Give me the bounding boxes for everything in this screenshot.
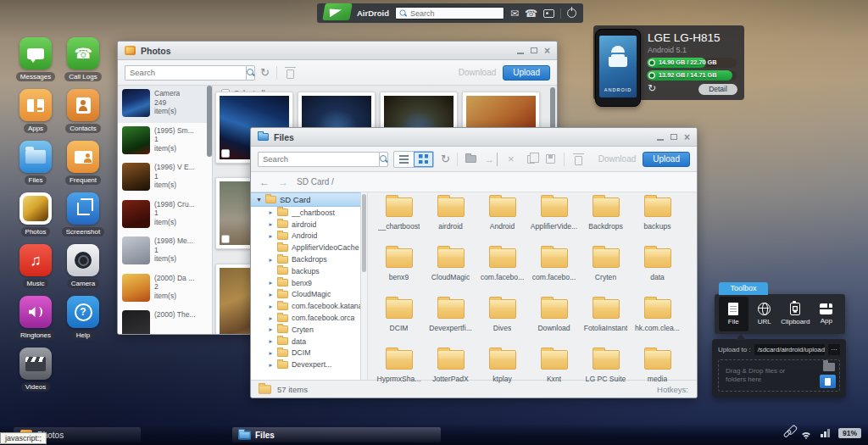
album-item[interactable]: (2000) Da ... 2item(s) xyxy=(118,270,212,308)
tree-item[interactable]: ▸com.facebook.orca xyxy=(251,312,360,324)
maximize-icon[interactable] xyxy=(531,47,537,53)
forward-icon[interactable]: → xyxy=(278,177,288,187)
desktop-icon-messages[interactable]: Messages xyxy=(17,37,54,89)
folder-item[interactable]: Dives xyxy=(476,299,528,350)
upload-file-button[interactable] xyxy=(820,375,836,388)
minimize-icon[interactable] xyxy=(517,53,524,54)
dropzone[interactable]: Drag & Drop files or folders here xyxy=(718,359,840,392)
desktop-icon-camera[interactable]: Camera xyxy=(64,244,102,296)
move-icon[interactable]: → xyxy=(484,153,498,166)
calls-icon[interactable]: ☎ xyxy=(525,8,537,19)
close-icon[interactable]: × xyxy=(684,133,690,142)
upload-path[interactable]: /sdcard/airdroid/upload xyxy=(754,344,825,355)
toolbox-file-button[interactable]: File xyxy=(719,297,748,331)
desktop-icon-music[interactable]: ♫ Music xyxy=(17,244,54,296)
folder-item[interactable]: benx9 xyxy=(373,248,425,299)
upload-folder-icon[interactable] xyxy=(823,363,835,371)
toolbox-clipboard-button[interactable]: Clipboard xyxy=(781,297,810,331)
photos-search[interactable] xyxy=(125,65,253,81)
refresh-icon[interactable]: ↻ xyxy=(260,67,270,79)
photo-checkbox[interactable] xyxy=(221,235,230,243)
folder-item[interactable]: com.facebo... xyxy=(528,248,580,299)
desktop-icon-files[interactable]: Files xyxy=(17,141,54,192)
breadcrumb[interactable]: SD Card / xyxy=(297,177,334,186)
desktop-icon-videos[interactable]: Videos xyxy=(17,348,54,399)
tree-item[interactable]: ApplifierVideoCache xyxy=(251,242,360,253)
tree-item[interactable]: ▸airdroid xyxy=(251,219,360,231)
copy-icon[interactable] xyxy=(524,153,537,166)
folder-item[interactable]: CloudMagic xyxy=(425,248,476,299)
tree-item[interactable]: ▸Backdrops xyxy=(251,253,360,265)
albums-scrollbar[interactable] xyxy=(207,86,212,157)
tree-item[interactable]: ▸Android xyxy=(251,231,360,242)
folder-item[interactable]: DCIM xyxy=(373,299,425,350)
folder-item[interactable]: Android xyxy=(476,197,528,248)
save-icon[interactable] xyxy=(544,153,557,166)
hotkeys-link[interactable]: Hotkeys: xyxy=(657,385,688,394)
tree-item[interactable]: ▸__chartboost xyxy=(251,207,360,219)
photos-download-button[interactable]: Download xyxy=(459,68,496,77)
files-download-button[interactable]: Download xyxy=(598,154,636,164)
files-search-input[interactable] xyxy=(258,152,379,167)
photos-search-input[interactable] xyxy=(125,65,246,81)
desktop-icon-frequent[interactable]: Frequent xyxy=(64,141,102,192)
folder-item[interactable]: Download xyxy=(528,299,580,350)
desktop-icon-contacts[interactable]: Contacts xyxy=(64,89,102,141)
folder-item[interactable]: ApplifierVide... xyxy=(528,197,580,248)
album-item[interactable]: (1998) Cru... 1item(s) xyxy=(118,197,212,234)
files-titlebar[interactable]: Files × xyxy=(251,128,697,147)
tree-item[interactable]: ▸benx9 xyxy=(251,277,360,289)
browse-path-button[interactable]: ... xyxy=(828,344,840,355)
grid-view-icon[interactable] xyxy=(414,152,433,167)
delete-icon[interactable] xyxy=(571,153,584,166)
folder-item[interactable]: com.facebo... xyxy=(476,248,528,299)
tree-item[interactable]: ▸CloudMagic xyxy=(251,289,360,301)
detail-button[interactable]: Detail xyxy=(698,84,737,95)
album-item[interactable]: (2000) The... xyxy=(118,307,212,335)
photo-checkbox[interactable] xyxy=(221,149,230,158)
desktop-icon-photos[interactable]: Photos xyxy=(17,192,54,244)
tree-item[interactable]: ▸Devexpert... xyxy=(251,359,360,370)
folder-item[interactable]: __chartboost xyxy=(373,197,425,248)
tree-item[interactable]: ▸com.facebook.katana xyxy=(251,300,360,312)
album-item-camera[interactable]: Camera 249item(s) xyxy=(118,86,212,123)
toolbox-url-button[interactable]: URL xyxy=(749,297,779,331)
tree-item-sdcard[interactable]: ▾ SD Card xyxy=(251,192,360,207)
folder-item[interactable]: data xyxy=(632,248,683,299)
files-upload-button[interactable]: Upload xyxy=(643,152,690,167)
back-icon[interactable]: ← xyxy=(259,177,270,187)
folder-item[interactable]: Cryten xyxy=(580,248,632,299)
close-icon[interactable]: × xyxy=(544,47,550,55)
maximize-icon[interactable] xyxy=(670,134,677,140)
files-search-button[interactable] xyxy=(379,152,388,167)
album-item[interactable]: (1996) V E... 1item(s) xyxy=(118,159,212,197)
global-search[interactable] xyxy=(395,7,504,19)
toolbox-app-button[interactable]: App xyxy=(811,297,841,331)
desktop-icon-ringtones[interactable]: Ringtones xyxy=(17,296,54,348)
folder-item[interactable]: Devexpertfi... xyxy=(425,299,476,350)
folder-item[interactable]: FotoliaInstant xyxy=(580,299,632,350)
desktop-icon-help[interactable]: ? Help xyxy=(64,296,102,348)
desktop-icon-call-logs[interactable]: ☎ Call Logs xyxy=(64,37,102,89)
photos-titlebar[interactable]: Photos × xyxy=(118,42,557,60)
new-folder-icon[interactable] xyxy=(465,153,477,166)
delete-icon[interactable] xyxy=(284,66,298,80)
toolbox-tab[interactable]: Toolbox xyxy=(719,282,768,295)
tree-item[interactable]: ▸DCIM xyxy=(251,348,360,359)
contacts-card-icon[interactable] xyxy=(543,9,554,18)
refresh-icon[interactable]: ↻ xyxy=(648,82,656,94)
folder-item[interactable]: backups xyxy=(632,197,683,248)
tree-item[interactable]: ▸Cryten xyxy=(251,324,360,336)
list-view-icon[interactable] xyxy=(394,152,414,167)
photos-upload-button[interactable]: Upload xyxy=(503,65,550,81)
minimize-icon[interactable] xyxy=(657,139,664,141)
folder-item[interactable]: airdroid xyxy=(425,197,476,248)
messages-icon[interactable]: ✉ xyxy=(510,8,519,19)
files-search[interactable] xyxy=(258,152,387,167)
desktop-icon-apps[interactable]: Apps xyxy=(17,89,54,141)
photos-search-button[interactable] xyxy=(246,65,255,81)
folder-item[interactable]: Backdrops xyxy=(580,197,632,248)
power-icon[interactable] xyxy=(567,8,576,18)
taskbar-item-files[interactable]: Files xyxy=(232,427,441,442)
global-search-input[interactable] xyxy=(410,9,500,18)
